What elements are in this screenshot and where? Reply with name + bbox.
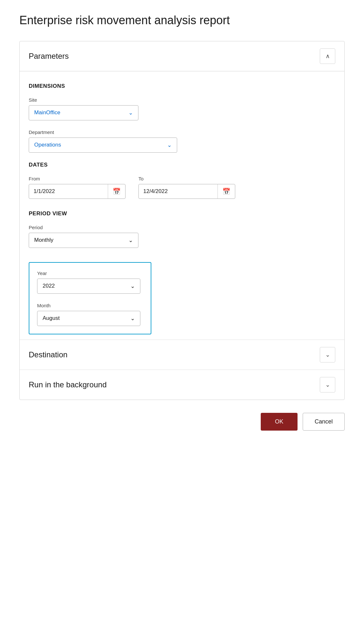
- destination-expand-button[interactable]: ⌄: [320, 347, 335, 362]
- period-value: Monthly: [34, 237, 54, 243]
- to-date-input-wrapper: 📅: [138, 184, 235, 199]
- to-date-field: To 📅: [138, 176, 235, 199]
- to-calendar-icon[interactable]: 📅: [217, 184, 235, 199]
- cancel-button[interactable]: Cancel: [303, 413, 345, 431]
- run-background-chevron-down-icon: ⌄: [325, 381, 330, 388]
- parameters-collapse-button[interactable]: ∧: [320, 48, 335, 64]
- dates-row: From 📅 To 📅: [29, 176, 335, 199]
- destination-chevron-down-icon: ⌄: [325, 351, 330, 358]
- dates-title: DATES: [29, 162, 335, 168]
- site-value: MainOffice: [34, 109, 60, 116]
- from-date-input[interactable]: [29, 184, 108, 199]
- year-value: 2022: [43, 283, 55, 289]
- run-background-label: Run in the background: [29, 380, 107, 389]
- parameters-header: Parameters ∧: [20, 41, 344, 71]
- from-date-input-wrapper: 📅: [29, 184, 126, 199]
- to-date-label: To: [138, 176, 235, 181]
- chevron-up-icon: ∧: [326, 53, 330, 60]
- period-subbox: Year 2022 ⌄ Month August ⌄: [29, 262, 151, 334]
- from-date-label: From: [29, 176, 126, 181]
- period-dropdown[interactable]: Monthly ⌄: [29, 233, 138, 248]
- month-field-group: Month August ⌄: [37, 303, 143, 326]
- period-chevron-down-icon: ⌄: [128, 237, 133, 244]
- page-title: Enterprise risk movement analysis report: [19, 13, 345, 28]
- site-chevron-down-icon: ⌄: [128, 109, 133, 116]
- destination-label: Destination: [29, 350, 67, 359]
- footer-actions: OK Cancel: [19, 413, 345, 444]
- parameters-section: Parameters ∧ DIMENSIONS Site MainOffice …: [19, 41, 345, 400]
- site-field-group: Site MainOffice ⌄: [29, 97, 335, 120]
- department-chevron-down-icon: ⌄: [167, 142, 172, 148]
- year-chevron-down-icon: ⌄: [130, 283, 135, 290]
- period-label: Period: [29, 225, 335, 230]
- month-label: Month: [37, 303, 143, 308]
- run-background-expand-button[interactable]: ⌄: [320, 377, 335, 393]
- department-label: Department: [29, 129, 335, 135]
- year-field-group: Year 2022 ⌄: [37, 270, 143, 294]
- year-dropdown[interactable]: 2022 ⌄: [37, 279, 140, 294]
- from-calendar-icon[interactable]: 📅: [108, 184, 125, 199]
- month-chevron-down-icon: ⌄: [130, 315, 135, 322]
- month-dropdown[interactable]: August ⌄: [37, 311, 140, 326]
- month-value: August: [43, 315, 60, 321]
- parameters-body: DIMENSIONS Site MainOffice ⌄ Department …: [20, 71, 344, 340]
- site-label: Site: [29, 97, 335, 103]
- department-dropdown[interactable]: Operations ⌄: [29, 138, 177, 153]
- run-background-section[interactable]: Run in the background ⌄: [20, 370, 344, 400]
- parameters-label: Parameters: [29, 52, 69, 61]
- department-field-group: Department Operations ⌄: [29, 129, 335, 153]
- from-date-field: From 📅: [29, 176, 126, 199]
- period-field-group: Period Monthly ⌄: [29, 225, 335, 248]
- period-view-title: PERIOD VIEW: [29, 210, 335, 217]
- dimensions-title: DIMENSIONS: [29, 83, 335, 89]
- ok-button[interactable]: OK: [261, 413, 298, 431]
- department-value: Operations: [34, 142, 61, 148]
- destination-section[interactable]: Destination ⌄: [20, 340, 344, 370]
- year-label: Year: [37, 270, 143, 276]
- site-dropdown[interactable]: MainOffice ⌄: [29, 105, 138, 120]
- to-date-input[interactable]: [139, 184, 217, 199]
